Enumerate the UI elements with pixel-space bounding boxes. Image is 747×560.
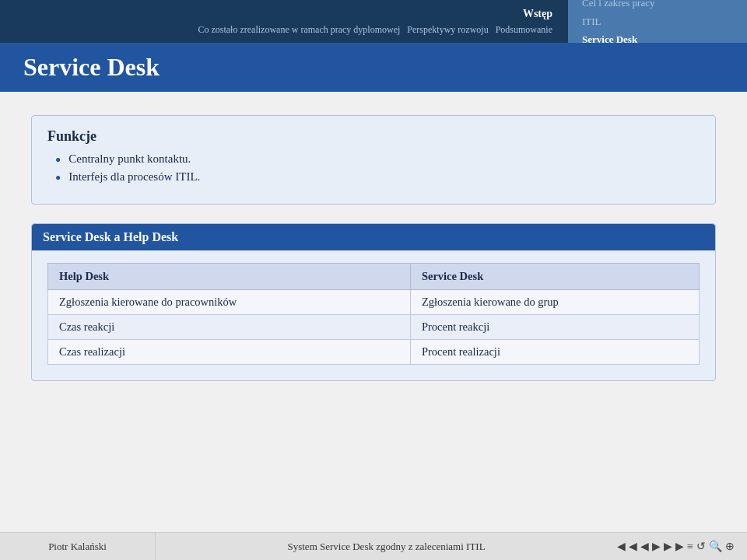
nav-item-servicedesk[interactable]: Service Desk [582, 30, 747, 48]
prev-icon[interactable]: ◀ [617, 540, 626, 553]
bottom-bar: Piotr Kalański System Service Desk zgodn… [0, 532, 747, 560]
table-row: Czas realizacji Procent realizacji [48, 340, 700, 365]
col-header-helpdesk: Help Desk [48, 264, 411, 290]
nav-item-itil[interactable]: ITIL [582, 12, 747, 30]
table-cell: Czas realizacji [48, 340, 411, 365]
nav-main-title: Wstęp [523, 5, 552, 23]
main-content: Funkcje Centralny punkt kontaktu. Interf… [0, 92, 747, 397]
table-header-row: Help Desk Service Desk [48, 264, 700, 290]
footer-title: System Service Desk zgodny z zaleceniami… [156, 541, 617, 553]
funkcje-bullet-list: Centralny punkt kontaktu. Interfejs dla … [47, 152, 700, 184]
nav-icons: ◀ ◀ ◀ ▶ ▶ ▶ ≡ ↺ 🔍 ⊕ [617, 540, 747, 553]
nav-icon-4[interactable]: ▶ [652, 540, 661, 553]
refresh-icon[interactable]: ↺ [696, 540, 706, 553]
search-icon[interactable]: 🔍 [709, 540, 722, 553]
bullet-text-1: Centralny punkt kontaktu. [68, 152, 191, 166]
top-bar-left: Wstęp Co zostało zrealizowane w ramach p… [0, 0, 568, 43]
table-cell: Czas reakcji [48, 315, 411, 340]
comparison-title: Service Desk a Help Desk [32, 224, 715, 250]
bullet-item-2: Interfejs dla procesów ITIL. [55, 170, 700, 184]
comparison-card: Service Desk a Help Desk Help Desk Servi… [31, 223, 716, 381]
table-row: Czas reakcji Procent reakcji [48, 315, 700, 340]
page-title: Service Desk [23, 53, 160, 82]
table-cell: Zgłoszenia kierowane do pracowników [48, 290, 411, 315]
footer-author: Piotr Kalański [0, 533, 156, 560]
bullet-text-2: Interfejs dla procesów ITIL. [68, 170, 200, 184]
top-navigation-bar: Wstęp Co zostało zrealizowane w ramach p… [0, 0, 747, 43]
nav-icon-2[interactable]: ◀ [629, 540, 637, 553]
page-title-section: Service Desk [0, 43, 747, 92]
col-header-servicedesk: Service Desk [410, 264, 699, 290]
table-cell: Procent reakcji [410, 315, 699, 340]
comparison-table: Help Desk Service Desk Zgłoszenia kierow… [47, 263, 700, 365]
table-cell: Procent realizacji [410, 340, 699, 365]
nav-item-cel[interactable]: Cel i zakres pracy [582, 0, 747, 12]
zoom-icon[interactable]: ⊕ [725, 540, 735, 553]
nav-icon-5[interactable]: ▶ [664, 540, 672, 553]
next-icon[interactable]: ▶ [675, 540, 684, 553]
table-cell: Zgłoszenia kierowane do grup [410, 290, 699, 315]
funkcje-title: Funkcje [47, 128, 700, 145]
nav-sub-items: Co zostało zrealizowane w ramach pracy d… [198, 23, 552, 37]
table-row: Zgłoszenia kierowane do pracowników Zgło… [48, 290, 700, 315]
funkcje-card: Funkcje Centralny punkt kontaktu. Interf… [31, 115, 716, 205]
menu-icon[interactable]: ≡ [687, 541, 693, 553]
nav-icon-3[interactable]: ◀ [640, 540, 649, 553]
top-bar-right: Cel i zakres pracy ITIL Service Desk [568, 0, 747, 43]
bullet-item-1: Centralny punkt kontaktu. [55, 152, 700, 166]
